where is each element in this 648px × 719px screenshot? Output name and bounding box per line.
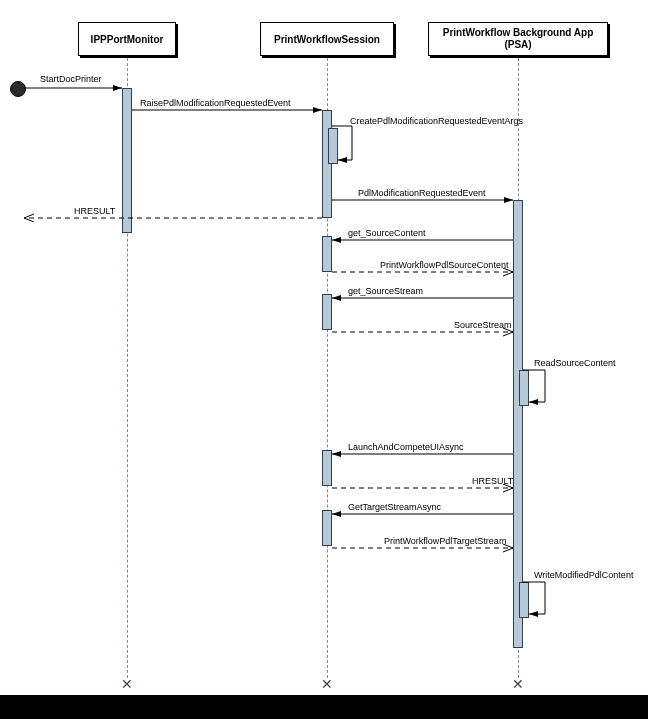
activation-session-block (322, 510, 332, 546)
message-label: get_SourceStream (348, 286, 423, 296)
lifeline-end-icon: ✕ (119, 676, 135, 692)
activation-psa-main (513, 200, 523, 648)
participant-session-label: PrintWorkflowSession (274, 34, 380, 45)
participant-psa: PrintWorkflow Background App (PSA) (428, 22, 608, 56)
lifeline-end-icon: ✕ (319, 676, 335, 692)
start-node-icon (10, 81, 26, 97)
message-label: HRESULT (472, 476, 513, 486)
activation-session-block (322, 236, 332, 272)
participant-ipp-label: IPPPortMonitor (91, 34, 164, 45)
participant-psa-label: PrintWorkflow Background App (PSA) (443, 27, 594, 51)
activation-session-block (322, 294, 332, 330)
message-label: CreatePdlModificationRequestedEventArgs (350, 116, 523, 126)
message-label: StartDocPrinter (40, 74, 102, 84)
activation-session-main (322, 110, 332, 218)
message-label: LaunchAndCompeteUIAsync (348, 442, 464, 452)
participant-session: PrintWorkflowSession (260, 22, 394, 56)
message-label: PrintWorkflowPdlTargetStream (384, 536, 506, 546)
activation-session-self (328, 128, 338, 164)
message-label: WriteModifiedPdlContent (534, 570, 633, 580)
bottom-bar (0, 695, 648, 719)
message-label: get_SourceContent (348, 228, 426, 238)
activation-psa-self (519, 582, 529, 618)
message-label: RaisePdlModificationRequestedEvent (140, 98, 291, 108)
lifeline-end-icon: ✕ (510, 676, 526, 692)
message-label: SourceStream (454, 320, 512, 330)
message-label: HRESULT (74, 206, 115, 216)
participant-ipp: IPPPortMonitor (78, 22, 176, 56)
message-label: GetTargetStreamAsync (348, 502, 441, 512)
activation-ipp (122, 88, 132, 233)
message-label: PdlModificationRequestedEvent (358, 188, 486, 198)
message-label: PrintWorkflowPdlSourceContent (380, 260, 508, 270)
activation-session-block (322, 450, 332, 486)
sequence-diagram: IPPPortMonitor PrintWorkflowSession Prin… (0, 0, 648, 719)
message-label: ReadSourceContent (534, 358, 616, 368)
activation-psa-self (519, 370, 529, 406)
